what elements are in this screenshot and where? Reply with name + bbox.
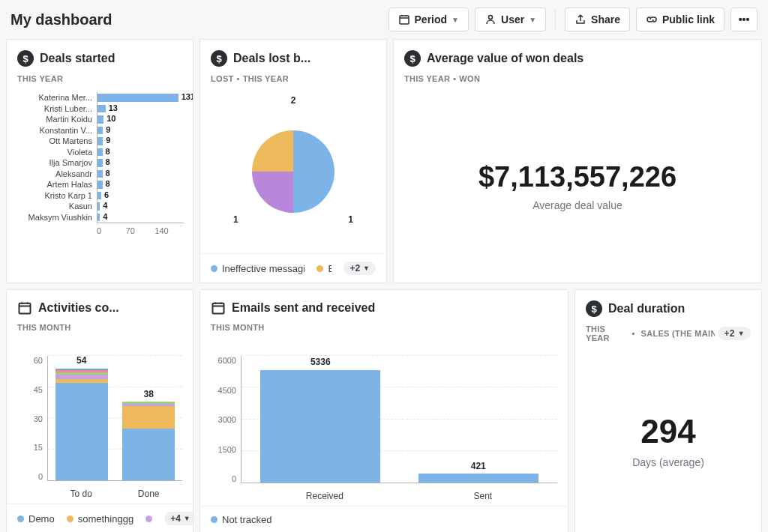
y-axis: 015304560 [17, 356, 43, 481]
share-icon [574, 13, 586, 25]
dollar-icon: $ [211, 50, 227, 67]
user-label: User [501, 13, 524, 25]
card-title: Deals started [40, 52, 116, 65]
hbar-row: Ott Martens9 [7, 136, 184, 147]
legend-item [146, 516, 152, 522]
pie-label-right: 1 [348, 214, 353, 225]
public-link-label: Public link [662, 13, 715, 25]
pie-label-left: 1 [233, 214, 238, 225]
card-legend: Demo somethinggg +4▼ [7, 504, 193, 532]
bar-todo: 54 [55, 356, 109, 480]
public-link-button[interactable]: Public link [636, 7, 724, 31]
legend-more-button[interactable]: +4▼ [164, 512, 194, 525]
hbar-label: Kasun [7, 202, 97, 211]
avg-value: $7,113,557,226 [478, 161, 676, 193]
card-subtitle: THIS MONTH [211, 323, 557, 332]
legend-item: Not tracked [211, 514, 272, 525]
svg-rect-2 [20, 303, 31, 314]
legend-item: somethinggg [67, 513, 134, 525]
pie-label-top: 2 [291, 95, 296, 106]
legend-item: Ineffective messaging [211, 263, 304, 274]
hbar-label: Ilja Smarjov [7, 158, 97, 167]
hbar-row: Artem Halas8 [7, 179, 184, 190]
plot-area: 54 38 [47, 356, 182, 481]
dollar-icon: $ [586, 300, 602, 317]
hbar-label: Maksym Viushkin [7, 213, 97, 222]
hbar-label: Kristo Karp 1 [7, 191, 97, 200]
card-title: Deals lost b... [233, 52, 310, 65]
card-duration: $ Deal duration THIS YEAR• SALES (THE MA… [574, 289, 762, 532]
filter-more-button[interactable]: +2▼ [718, 327, 751, 340]
x-axis: ReceivedSent [241, 491, 557, 501]
hbar-row: Kristi Luber...13 [7, 103, 184, 115]
hbar-label: Martin Koidu [7, 115, 97, 124]
card-activities: Activities co... THIS MONTH 015304560 54 [6, 289, 194, 532]
card-title: Deal duration [608, 302, 685, 315]
bar-done: 38 [122, 356, 176, 480]
hbar-row: Ilja Smarjov8 [7, 157, 184, 169]
duration-caption: Days (average) [632, 456, 704, 468]
bar-sent: 421 [416, 356, 542, 483]
period-dropdown[interactable]: Period ▼ [388, 7, 469, 31]
dashboard-grid: $ Deals started THIS YEAR Katerina Mer..… [0, 39, 768, 532]
dollar-icon: $ [17, 50, 34, 67]
avg-won-body: $7,113,557,226 Average deal value [394, 89, 761, 282]
user-dropdown[interactable]: User ▼ [475, 7, 546, 31]
card-legend: Ineffective messaging E +2▼ [200, 253, 386, 282]
card-subtitle: LOST•THIS YEAR [211, 74, 376, 83]
hbar-row: Martin Koidu10 [7, 114, 184, 125]
legend-more-button[interactable]: +2▼ [344, 262, 376, 275]
card-subtitle: THIS YEAR•WON [404, 74, 751, 83]
share-label: Share [591, 13, 620, 25]
plot-area: 5336 421 [241, 356, 557, 483]
more-button[interactable]: ••• [730, 7, 758, 31]
hbar-row: Kristo Karp 16 [7, 190, 184, 202]
hbar-row: Katerina Mer...131 [7, 92, 184, 103]
card-subtitle: THIS MONTH [17, 323, 182, 332]
separator [555, 9, 556, 30]
card-title: Average value of won deals [427, 52, 584, 65]
topbar-actions: Period ▼ User ▼ Share Public link ••• [388, 7, 758, 31]
caret-down-icon: ▼ [452, 16, 459, 24]
hbar-label: Artem Halas [7, 180, 97, 189]
hbar-row: Aleksandr8 [7, 169, 184, 180]
card-header: $ Average value of won deals THIS YEAR•W… [394, 40, 761, 89]
card-subtitle: THIS YEAR• SALES (THE MAIN O +2▼ [586, 324, 751, 342]
svg-rect-3 [213, 303, 224, 314]
hbar-row: Konstantin V...9 [7, 125, 184, 136]
page-title: My dashboard [10, 11, 112, 28]
caret-down-icon: ▼ [529, 16, 536, 24]
duration-value: 294 [640, 413, 695, 450]
svg-rect-0 [400, 16, 409, 24]
link-icon [646, 13, 658, 25]
card-header: $ Deal duration THIS YEAR• SALES (THE MA… [575, 290, 761, 348]
legend-item: Demo [17, 513, 55, 525]
card-emails: Emails sent and received THIS MONTH 0150… [200, 289, 568, 532]
calendar-icon [17, 300, 32, 315]
hbar-label: Kristi Luber... [7, 104, 97, 113]
hbar-label: Aleksandr [7, 169, 97, 178]
deals-started-chart: Katerina Mer...131Kristi Luber...13Marti… [7, 89, 193, 282]
hbar-label: Ott Martens [7, 136, 97, 145]
calendar-icon [211, 300, 226, 315]
svg-point-1 [489, 16, 493, 19]
hbar-label: Konstantin V... [7, 126, 97, 135]
pie-chart [252, 130, 334, 213]
hbar-row: Kasun4 [7, 201, 184, 212]
hbar-label: Violeta [7, 148, 97, 157]
hbar-row: Maksym Viushkin4 [7, 212, 184, 223]
card-header: Emails sent and received THIS MONTH [200, 290, 568, 338]
y-axis: 01500300045006000 [211, 356, 236, 483]
card-avg-won: $ Average value of won deals THIS YEAR•W… [393, 39, 762, 283]
card-deals-lost: $ Deals lost b... LOST•THIS YEAR 2 1 1 I… [200, 39, 387, 283]
calendar-icon [398, 13, 410, 25]
bar-received: 5336 [257, 356, 383, 483]
legend-item: E [316, 263, 332, 274]
card-legend: Not tracked [200, 506, 568, 532]
user-icon [484, 13, 496, 25]
card-title: Emails sent and received [232, 301, 375, 315]
card-header: Activities co... THIS MONTH [7, 290, 193, 338]
share-button[interactable]: Share [565, 7, 630, 31]
x-axis: To doDone [47, 489, 182, 499]
deals-lost-chart: 2 1 1 [200, 89, 386, 253]
